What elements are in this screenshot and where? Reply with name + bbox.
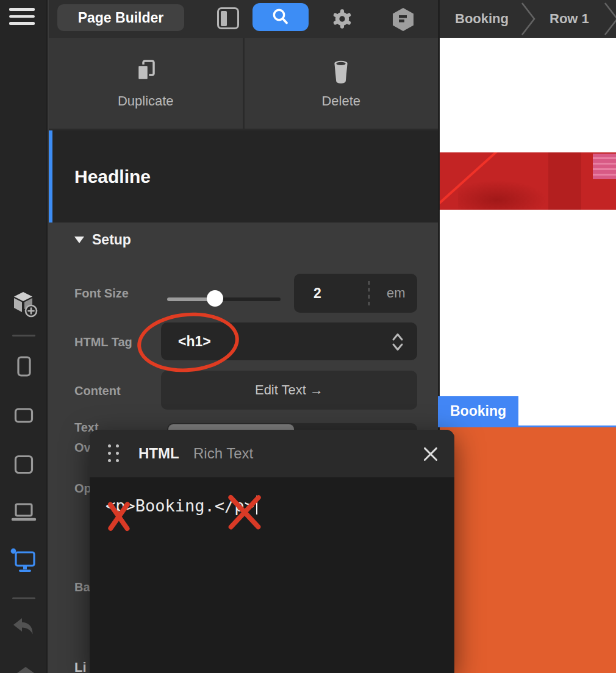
gear-icon (331, 8, 353, 30)
desktop-monitor-icon (10, 546, 38, 575)
add-element-button[interactable] (0, 290, 48, 318)
search-icon (270, 7, 291, 27)
font-size-unit: em (387, 274, 406, 313)
tab-rich-text-label: Rich Text (193, 445, 253, 462)
edit-text-label: Edit Text → (255, 382, 323, 398)
close-icon[interactable] (422, 446, 439, 462)
tab-html[interactable]: HTML (138, 430, 179, 477)
redo-button-clipped[interactable] (0, 667, 48, 673)
duplicate-icon (134, 58, 158, 85)
code-text: <p>Booking.</p> (106, 496, 254, 515)
page-builder-app: Booking Duplicate Delete (0, 0, 616, 673)
link-label-clipped: Li (74, 660, 87, 673)
laptop-icon (10, 501, 37, 524)
breakpoint-tablet-button[interactable] (0, 452, 48, 477)
hamburger-menu-icon[interactable] (9, 8, 35, 27)
delete-label: Delete (321, 93, 360, 109)
tablet-landscape-icon (12, 405, 36, 426)
canvas-image-banner[interactable] (440, 152, 616, 210)
setup-section-header[interactable]: Setup (74, 232, 131, 248)
element-actions: Duplicate Delete (49, 38, 438, 130)
drag-handle-icon[interactable] (108, 444, 119, 463)
breadcrumb-item-row1[interactable]: Row 1 (550, 0, 589, 38)
active-element-accent (49, 130, 52, 223)
phone-portrait-icon (12, 355, 36, 380)
selection-outline (438, 426, 616, 427)
breadcrumb-label: Row 1 (550, 11, 589, 27)
code-line[interactable]: <p>Booking.</p> (106, 496, 257, 515)
text-cursor (256, 496, 258, 515)
breakpoint-desktop-button[interactable] (0, 546, 48, 575)
trash-icon (329, 58, 353, 85)
slider-thumb[interactable] (207, 290, 223, 307)
opacity-label-clipped: Op (74, 482, 91, 496)
font-size-slider[interactable] (167, 290, 281, 307)
chevron-up-down-icon (392, 332, 404, 352)
breadcrumb-chevron-icon (603, 0, 616, 38)
selection-label-text: Booking (450, 403, 506, 419)
duplicate-label: Duplicate (118, 93, 174, 109)
background-label-clipped: Ba (74, 580, 90, 594)
undo-icon (11, 616, 37, 639)
html-tag-label: HTML Tag (74, 335, 132, 349)
hexagon-brand-icon (390, 6, 417, 33)
edit-text-button[interactable]: Edit Text → (161, 371, 417, 410)
duplicate-button[interactable]: Duplicate (49, 38, 243, 129)
undo-button[interactable] (0, 616, 48, 639)
input-divider (368, 281, 370, 305)
settings-button[interactable] (331, 8, 353, 30)
breakpoint-laptop-button[interactable] (0, 501, 48, 524)
breadcrumb: Booking Row 1 (438, 0, 616, 38)
collapse-triangle-icon (74, 237, 84, 243)
popup-header: HTML Rich Text (90, 430, 454, 477)
element-title: Headline (74, 130, 151, 223)
html-tag-value: <h1> (178, 322, 211, 360)
selection-label: Booking (438, 396, 518, 426)
breakpoint-phone-button[interactable] (0, 355, 48, 380)
sidebar-toggle-icon (217, 7, 239, 29)
page-builder-label: Page Builder (78, 10, 164, 26)
search-button[interactable] (252, 3, 309, 31)
add-element-cube-icon (10, 290, 38, 318)
font-size-input[interactable]: 2 em (294, 274, 417, 313)
text-editor-popup: HTML Rich Text <p>Booking.</p> (90, 430, 454, 673)
brand-button[interactable] (390, 6, 417, 33)
redo-icon (11, 667, 37, 673)
page-builder-button[interactable]: Page Builder (57, 4, 184, 31)
delete-button[interactable]: Delete (245, 38, 439, 129)
banner-detail (458, 177, 556, 210)
breadcrumb-label: Booking (455, 11, 509, 27)
breadcrumb-item-booking[interactable]: Booking (455, 0, 509, 38)
element-header: Headline (49, 130, 438, 223)
banner-detail (593, 154, 616, 179)
tab-rich-text[interactable]: Rich Text (193, 430, 253, 477)
setup-section-label: Setup (92, 232, 131, 248)
square-breakpoint-icon (12, 452, 36, 477)
top-toolbar: Page Builder (49, 0, 438, 38)
html-code-editor[interactable]: <p>Booking.</p> (90, 477, 454, 673)
font-size-value[interactable]: 2 (313, 274, 321, 313)
font-size-label: Font Size (74, 287, 129, 301)
rail-divider (12, 335, 35, 336)
sidebar-toggle-button[interactable] (217, 7, 239, 29)
breakpoint-phone-landscape-button[interactable] (0, 405, 48, 426)
left-rail (0, 0, 48, 673)
html-tag-select[interactable]: <h1> (161, 322, 417, 360)
text-overflow-label-line2: Ov (74, 441, 91, 455)
rail-divider (12, 597, 35, 599)
canvas-orange-section[interactable] (440, 427, 616, 673)
tab-html-label: HTML (138, 445, 179, 462)
breadcrumb-chevron-icon (520, 0, 536, 38)
content-label: Content (74, 384, 121, 398)
